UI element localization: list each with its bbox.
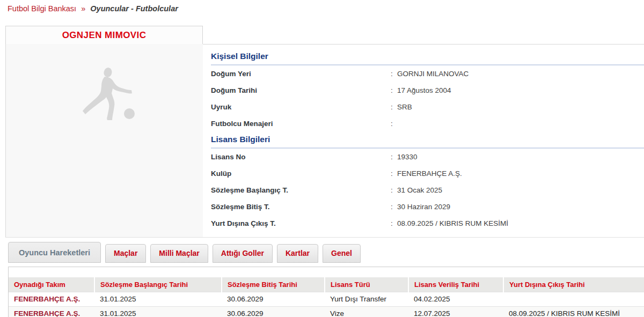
col-header-lisans-turu: Lisans Türü xyxy=(325,277,408,292)
field-yurt-disina-cikis: Yurt Dışına Çıkış T. : 08.09.2025 / KIBR… xyxy=(211,215,644,232)
tab-genel[interactable]: Genel xyxy=(323,244,361,263)
field-label: Lisans No xyxy=(211,153,391,161)
field-kulup: Kulüp : FENERBAHÇE A.Ş. xyxy=(211,165,644,182)
cell-contract-start: 31.01.2025 xyxy=(94,292,222,306)
field-lisans-no: Lisans No : 19330 xyxy=(211,149,644,165)
field-colon: : xyxy=(391,153,397,161)
tab-oyuncu-hareketleri[interactable]: Oyuncu Hareketleri xyxy=(8,242,101,263)
field-sozlesme-bitis: Sözleşme Bitiş T. : 30 Haziran 2029 xyxy=(211,198,644,215)
cell-license-type: Yurt Dışı Transfer xyxy=(325,292,408,306)
cell-contract-end: 30.06.2029 xyxy=(222,306,325,317)
field-label: Uyruk xyxy=(211,103,391,111)
player-panel: OGNJEN MIMOVIC Kişisel Bilgiler Doğum Ye… xyxy=(5,26,644,238)
table-row: FENERBAHÇE A.Ş. 31.01.2025 30.06.2029 Vi… xyxy=(9,306,644,317)
cell-contract-start: 31.01.2025 xyxy=(94,306,222,317)
field-label: Yurt Dışına Çıkış T. xyxy=(211,219,391,227)
player-photo-area xyxy=(5,44,203,237)
cell-license-date: 12.07.2025 xyxy=(408,306,503,317)
player-info-page: Futbol Bilgi Bankası » Oyuncular - Futbo… xyxy=(0,0,644,317)
team-link[interactable]: FENERBAHÇE A.Ş. xyxy=(9,292,94,306)
breadcrumb-current: Oyuncular - Futbolcular xyxy=(90,4,178,13)
tab-kartlar[interactable]: Kartlar xyxy=(277,244,318,263)
field-value: GORNJI MILANOVAC xyxy=(397,70,469,78)
tab-milli-maclar[interactable]: Milli Maçlar xyxy=(150,244,208,263)
cell-license-type: Vize xyxy=(325,306,408,317)
tab-attigi-goller[interactable]: Attığı Goller xyxy=(213,244,273,263)
breadcrumb: Futbol Bilgi Bankası » Oyuncular - Futbo… xyxy=(8,4,178,13)
field-uyruk: Uyruk : SRB xyxy=(211,99,644,115)
cell-abroad-date: 08.09.2025 / KIBRIS RUM KESİMİ xyxy=(503,306,644,317)
license-info-title: Lisans Bilgileri xyxy=(211,135,644,149)
field-label: Futbolcu Menajeri xyxy=(211,120,391,128)
field-value: 31 Ocak 2025 xyxy=(397,186,442,194)
field-label: Sözleşme Bitiş T. xyxy=(211,203,391,211)
field-label: Doğum Yeri xyxy=(211,70,391,78)
field-value: SRB xyxy=(397,103,412,111)
field-colon: : xyxy=(391,86,397,94)
cell-license-date: 04.02.2025 xyxy=(408,292,503,306)
field-dogum-tarihi: Doğum Tarihi : 17 Ağustos 2004 xyxy=(211,82,644,99)
field-sozlesme-baslangic: Sözleşme Başlangıç T. : 31 Ocak 2025 xyxy=(211,182,644,198)
breadcrumb-separator: » xyxy=(81,4,85,13)
field-colon: : xyxy=(391,219,397,227)
col-header-sozlesme-bitis-tarihi: Sözleşme Bitiş Tarihi xyxy=(222,277,325,292)
cell-contract-end: 30.06.2029 xyxy=(222,292,325,306)
field-futbolcu-menajeri: Futbolcu Menajeri : xyxy=(211,115,644,132)
col-header-sozlesme-baslangic-tarihi: Sözleşme Başlangıç Tarihi xyxy=(94,277,222,292)
footballer-silhouette-icon xyxy=(77,67,142,122)
team-link[interactable]: FENERBAHÇE A.Ş. xyxy=(9,306,94,317)
field-colon: : xyxy=(391,203,397,211)
field-value: 17 Ağustos 2004 xyxy=(397,86,451,94)
field-dogum-yeri: Doğum Yeri : GORNJI MILANOVAC xyxy=(211,65,644,82)
player-name-tab: OGNJEN MIMOVIC xyxy=(5,26,203,44)
cell-abroad-date xyxy=(503,292,644,306)
field-label: Sözleşme Başlangıç T. xyxy=(211,186,391,194)
col-header-oynadigi-takim: Oynadığı Takım xyxy=(9,277,94,292)
table-row: FENERBAHÇE A.Ş. 31.01.2025 30.06.2029 Yu… xyxy=(9,292,644,306)
field-colon: : xyxy=(391,120,397,128)
field-value: 08.09.2025 / KIBRIS RUM KESİMİ xyxy=(397,219,508,227)
personal-info-title: Kişisel Bilgiler xyxy=(211,51,644,65)
field-label: Kulüp xyxy=(211,169,391,178)
field-colon: : xyxy=(391,103,397,111)
tab-maclar[interactable]: Maçlar xyxy=(105,244,146,263)
player-name: OGNJEN MIMOVIC xyxy=(62,30,147,41)
player-tabs: Oyuncu Hareketleri Maçlar Milli Maçlar A… xyxy=(8,242,361,263)
breadcrumb-link-futbol-bilgi-bankasi[interactable]: Futbol Bilgi Bankası xyxy=(8,4,76,13)
field-value: 19330 xyxy=(397,153,418,161)
player-movements-table: Oynadığı Takım Sözleşme Başlangıç Tarihi… xyxy=(9,277,644,317)
player-details: Kişisel Bilgiler Doğum Yeri : GORNJI MIL… xyxy=(203,44,644,237)
field-colon: : xyxy=(391,70,397,78)
col-header-yurt-disina-cikis-tarihi: Yurt Dışına Çıkış Tarihi xyxy=(503,277,644,292)
col-header-lisans-verilis-tarihi: Lisans Veriliş Tarihi xyxy=(408,277,503,292)
field-label: Doğum Tarihi xyxy=(211,86,391,94)
field-colon: : xyxy=(391,186,397,194)
field-value: 30 Haziran 2029 xyxy=(397,203,450,211)
table-header-row: Oynadığı Takım Sözleşme Başlangıç Tarihi… xyxy=(9,277,644,292)
field-colon: : xyxy=(391,169,397,178)
player-movements-panel: Oynadığı Takım Sözleşme Başlangıç Tarihi… xyxy=(8,267,644,317)
field-value: FENERBAHÇE A.Ş. xyxy=(397,169,462,178)
